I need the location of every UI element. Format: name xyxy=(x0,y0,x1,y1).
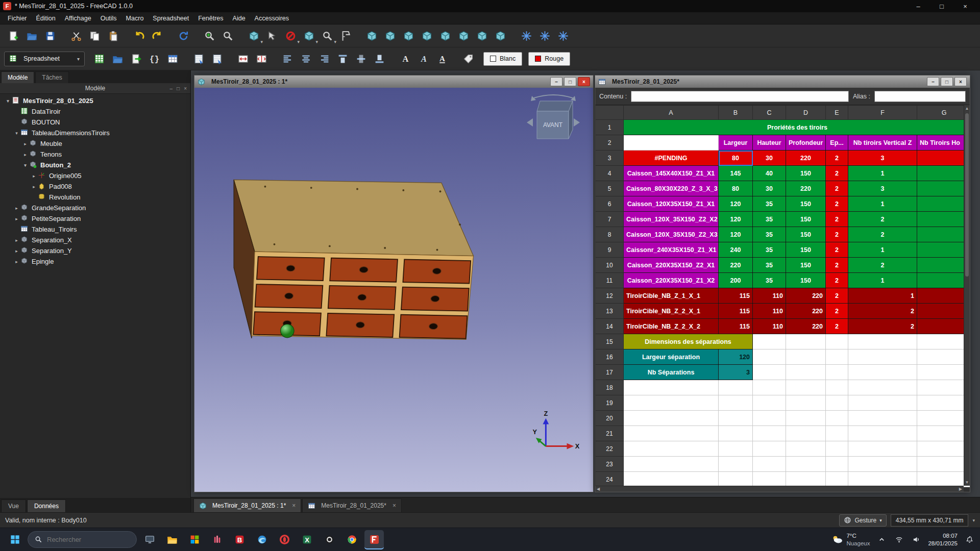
notification-bell-icon[interactable] xyxy=(964,534,975,545)
cell[interactable]: 2 xyxy=(826,258,848,273)
cell[interactable] xyxy=(753,411,786,426)
weather-widget[interactable]: 7°CNuageux xyxy=(831,532,870,547)
cell[interactable]: 2 xyxy=(826,288,848,304)
cell[interactable] xyxy=(917,288,970,304)
row-header-24[interactable]: 24 xyxy=(596,472,624,487)
cell[interactable] xyxy=(719,441,753,457)
cell[interactable]: Caisson_220X35X150_Z1_X2 xyxy=(624,273,719,288)
clipping-icon[interactable]: ▾ xyxy=(282,27,299,44)
row-header-10[interactable]: 10 xyxy=(596,258,624,273)
vertical-scrollbar[interactable]: ▲ ▼ xyxy=(964,105,970,486)
align-middle-icon[interactable] xyxy=(352,50,370,67)
cell[interactable] xyxy=(786,395,826,411)
store-app-icon[interactable] xyxy=(185,530,204,549)
cell[interactable]: Caisson_145X40X150_Z1_X1 xyxy=(624,166,719,181)
align-left-icon[interactable] xyxy=(279,50,296,67)
cell[interactable]: 150 xyxy=(786,196,826,212)
cell[interactable]: 2 xyxy=(848,258,917,273)
blanc-color-button[interactable]: Blanc xyxy=(483,52,522,66)
cell[interactable]: 150 xyxy=(786,227,826,242)
cell[interactable]: 1 xyxy=(917,196,970,212)
style-underline-icon[interactable]: A xyxy=(433,50,451,67)
cell[interactable]: 1 xyxy=(917,166,970,181)
tray-chevron-icon[interactable] xyxy=(876,534,887,545)
create-spreadsheet-icon[interactable] xyxy=(90,50,108,67)
export-data-icon[interactable] xyxy=(127,50,144,67)
cell[interactable]: 2 xyxy=(826,242,848,258)
cell[interactable]: 1 xyxy=(917,258,970,273)
tree-item-Pad008[interactable]: ▸Pad008 xyxy=(0,181,190,192)
cell[interactable] xyxy=(624,411,719,426)
cell[interactable]: 3 xyxy=(917,181,970,196)
tree-item-Meuble[interactable]: ▸Meuble xyxy=(0,138,190,149)
cell[interactable] xyxy=(917,380,970,395)
paste-cells-1-icon[interactable] xyxy=(190,50,207,67)
cell[interactable]: 35 xyxy=(753,273,786,288)
view-front-icon[interactable] xyxy=(363,27,380,44)
paste-cells-2-icon[interactable] xyxy=(208,50,226,67)
cell[interactable] xyxy=(826,349,848,365)
tree-item-GrandeSeparation[interactable]: ▸GrandeSeparation xyxy=(0,203,190,213)
cell[interactable]: 220 xyxy=(786,181,826,196)
cell[interactable]: Profondeur xyxy=(786,135,826,151)
row-header-5[interactable]: 5 xyxy=(596,181,624,196)
row-header-11[interactable]: 11 xyxy=(596,273,624,288)
navcube-front-label[interactable]: AVANT xyxy=(543,121,563,129)
cell[interactable]: 220 xyxy=(786,288,826,304)
box-selection-icon[interactable] xyxy=(263,27,281,44)
cell[interactable]: 2 xyxy=(826,319,848,334)
freecad-icon[interactable] xyxy=(364,530,384,549)
insert-table-icon[interactable] xyxy=(164,50,181,67)
cell[interactable]: Caisson_120X35X150_Z1_X1 xyxy=(624,196,719,212)
cell[interactable] xyxy=(786,472,826,487)
menu-fenêtres[interactable]: Fenêtres xyxy=(193,13,228,23)
style-italic-icon[interactable]: A xyxy=(415,50,432,67)
start-button[interactable] xyxy=(5,530,24,549)
cell[interactable] xyxy=(917,334,970,349)
cell[interactable]: 3 xyxy=(917,227,970,242)
row-header-16[interactable]: 16 xyxy=(596,349,624,365)
undo-icon[interactable] xyxy=(130,27,148,44)
panel-close-icon[interactable]: × xyxy=(184,86,187,91)
mdi-tab-MesTiroir_28_01_2025 : 1*[interactable]: MesTiroir_28_01_2025 : 1*× xyxy=(193,498,301,512)
row-header-21[interactable]: 21 xyxy=(596,426,624,441)
row-header-15[interactable]: 15 xyxy=(596,334,624,349)
edge-browser-icon[interactable] xyxy=(252,530,272,549)
row-header-14[interactable]: 14 xyxy=(596,319,624,334)
cell[interactable] xyxy=(917,365,970,380)
scroll-right-icon[interactable]: ▶ xyxy=(959,487,962,491)
col-header-A[interactable]: A xyxy=(624,106,719,120)
cell[interactable]: Hauteur xyxy=(753,135,786,151)
cell[interactable] xyxy=(753,441,786,457)
redo-icon[interactable] xyxy=(149,27,166,44)
navigation-cube[interactable]: AVANT xyxy=(520,92,587,148)
cell[interactable]: 2 xyxy=(826,151,848,166)
paste-icon[interactable] xyxy=(104,27,121,44)
tree-expand-icon[interactable]: ▸ xyxy=(13,206,20,211)
cell[interactable]: 150 xyxy=(786,212,826,227)
cell[interactable]: 3 xyxy=(719,365,753,380)
cell[interactable] xyxy=(848,411,917,426)
refresh-document-icon[interactable] xyxy=(175,27,192,44)
minimize-button[interactable]: – xyxy=(906,0,930,12)
cell[interactable] xyxy=(917,304,970,319)
cell[interactable] xyxy=(826,334,848,349)
cell[interactable]: Largeur séparation xyxy=(624,349,719,365)
file-explorer-icon[interactable] xyxy=(162,530,182,549)
cell[interactable]: Dimensions des séparations xyxy=(624,334,753,349)
cell[interactable]: 2 xyxy=(826,273,848,288)
cell[interactable] xyxy=(848,334,917,349)
cell[interactable] xyxy=(719,472,753,487)
mdi-tab-MesTiroir_28_01_2025*[interactable]: MesTiroir_28_01_2025*× xyxy=(302,498,402,512)
draw-style-icon[interactable]: ▾ xyxy=(245,27,262,44)
cell[interactable]: 35 xyxy=(753,196,786,212)
menu-spreadsheet[interactable]: Spreadsheet xyxy=(148,13,193,23)
freeze-view-2-icon[interactable] xyxy=(536,27,553,44)
cell[interactable]: 2 xyxy=(826,181,848,196)
copy-icon[interactable] xyxy=(86,27,103,44)
tree-item-Origine005[interactable]: ▸Origine005 xyxy=(0,170,190,181)
cell[interactable] xyxy=(826,426,848,441)
tree-expand-icon[interactable]: ▸ xyxy=(13,259,20,264)
cell[interactable]: 220 xyxy=(786,319,826,334)
row-header-13[interactable]: 13 xyxy=(596,304,624,319)
